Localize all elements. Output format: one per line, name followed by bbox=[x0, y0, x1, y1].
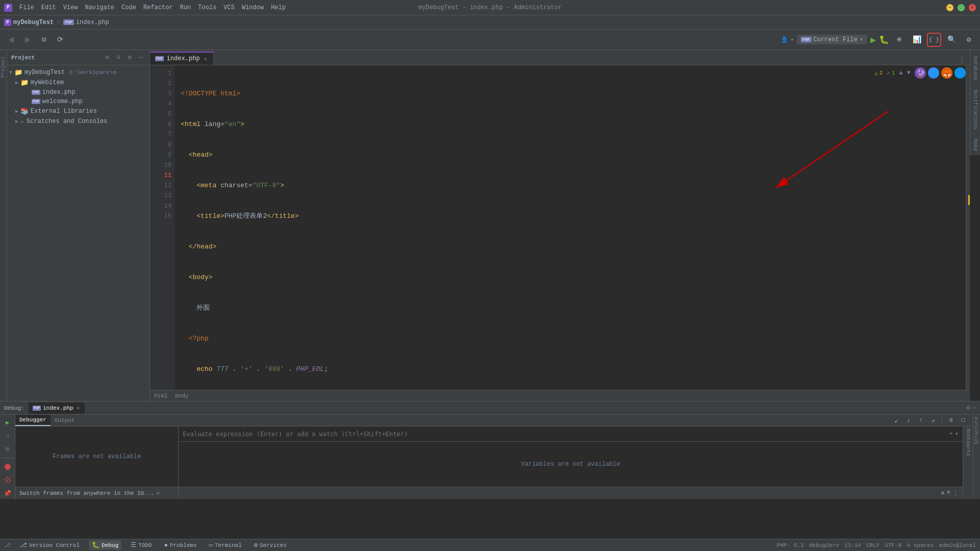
debug-more-btn[interactable]: ⋮ bbox=[952, 489, 959, 497]
debug-up-btn[interactable]: ▲ bbox=[941, 489, 945, 497]
minimize-button[interactable]: — bbox=[946, 4, 953, 11]
evaluate-btn[interactable]: ≡ bbox=[945, 415, 957, 426]
project-tab-label[interactable]: Project bbox=[1, 56, 6, 78]
debug-down-btn[interactable]: ▼ bbox=[947, 489, 950, 497]
status-debug[interactable]: 🐛 Debug bbox=[89, 540, 121, 550]
debug-close-btn[interactable]: — bbox=[972, 405, 976, 412]
bookmarks-panel-btn[interactable]: Bookmarks bbox=[965, 429, 971, 456]
debug-header: Debug: PHP index.php ✕ ⚙ — bbox=[0, 402, 980, 415]
panel-add-btn[interactable]: ⊕ bbox=[103, 53, 112, 62]
eval-dropdown-btn[interactable]: ▾ bbox=[955, 430, 959, 438]
right-panels: Database Notifications Make bbox=[970, 50, 980, 401]
status-services[interactable]: ⚙ Services bbox=[251, 540, 290, 550]
step-over-btn[interactable]: ↙ bbox=[891, 415, 902, 426]
tab-close-button[interactable]: ✕ bbox=[203, 56, 208, 62]
nav-down-btn[interactable]: ▼ bbox=[907, 69, 911, 77]
breadcrumb-html[interactable]: html bbox=[154, 393, 167, 399]
debug-tab-close[interactable]: ✕ bbox=[76, 405, 81, 411]
project-name[interactable]: myDebugTest bbox=[13, 19, 54, 26]
tree-root[interactable]: ▼ 📁 myDebugTest D:\WorkSpace\m bbox=[7, 67, 150, 78]
eval-input[interactable] bbox=[183, 431, 947, 438]
tree-scratches[interactable]: ▶ ✏ Scratches and Consoles bbox=[7, 116, 150, 127]
menu-edit[interactable]: Edit bbox=[38, 3, 59, 12]
status-version-control[interactable]: ⎇ Version Control bbox=[17, 540, 83, 550]
indent[interactable]: 4 spaces bbox=[907, 542, 934, 548]
toolbar-sync-btn[interactable]: ⟳ bbox=[53, 33, 67, 47]
php-version[interactable]: PHP: 5.3 bbox=[777, 542, 804, 548]
notifications-panel-btn[interactable]: Notifications bbox=[971, 86, 979, 134]
toolbar-forward-btn[interactable]: ▷ bbox=[20, 33, 35, 47]
eval-add-watch-btn[interactable]: + bbox=[949, 431, 953, 438]
phpstorm-browser-icon[interactable]: 🔮 bbox=[915, 67, 926, 79]
server-name[interactable]: debugServ bbox=[809, 542, 839, 548]
menu-code[interactable]: Code bbox=[118, 3, 139, 12]
debug-stop-btn[interactable]: ⏹ bbox=[2, 443, 13, 455]
encoding[interactable]: UTF-8 bbox=[885, 542, 902, 548]
tree-mywebitem[interactable]: ▶ 📁 myWebitem bbox=[7, 78, 150, 88]
menu-run[interactable]: Run bbox=[177, 3, 194, 12]
root-folder-icon: 📁 bbox=[14, 68, 22, 77]
structure-panel-btn[interactable]: Structure bbox=[974, 417, 979, 444]
debug-settings-btn[interactable]: ⚙ bbox=[967, 404, 970, 412]
debug-pin-btn[interactable]: 📌 bbox=[2, 488, 13, 499]
step-into-btn[interactable]: ↓ bbox=[903, 415, 914, 426]
debug-tab-index-php[interactable]: PHP index.php ✕ bbox=[29, 403, 85, 414]
frames-btn[interactable]: □ bbox=[958, 415, 969, 426]
run-to-cursor-btn[interactable]: ↗ bbox=[927, 415, 939, 426]
nav-up-btn[interactable]: ▲ bbox=[899, 69, 903, 77]
status-problems[interactable]: ● Problems bbox=[161, 541, 200, 550]
tree-external-libraries[interactable]: ▶ 📚 External Libraries bbox=[7, 106, 150, 116]
status-terminal[interactable]: ▭ Terminal bbox=[206, 540, 244, 550]
menu-help[interactable]: Help bbox=[268, 3, 289, 12]
tab-menu-btn[interactable]: ⋮ bbox=[959, 56, 966, 65]
output-tab[interactable]: Output bbox=[51, 415, 79, 426]
menu-tools[interactable]: Tools bbox=[195, 3, 219, 12]
close-button[interactable]: ✕ bbox=[969, 4, 976, 11]
run-config-selector[interactable]: PHP Current File ▾ bbox=[797, 35, 867, 44]
panel-collapse-btn[interactable]: ≡ bbox=[114, 53, 123, 62]
warning-badge[interactable]: ⚠ 2 bbox=[874, 70, 883, 77]
make-panel-btn[interactable]: Make bbox=[971, 135, 979, 155]
search-everywhere-button[interactable]: 🔍 bbox=[944, 33, 959, 47]
chrome-browser-icon[interactable]: 🌐 bbox=[928, 67, 939, 79]
debug-button[interactable]: 🐛 bbox=[879, 35, 889, 45]
switch-frames-close[interactable]: ✕ bbox=[156, 489, 160, 497]
step-out-btn[interactable]: ↑ bbox=[915, 415, 926, 426]
firefox-browser-icon[interactable]: 🦊 bbox=[941, 67, 952, 79]
force-debug-button[interactable]: { } bbox=[927, 33, 941, 47]
tree-index-php[interactable]: PHP index.php bbox=[7, 88, 150, 97]
tree-welcome-php[interactable]: PHP welcome.php bbox=[7, 97, 150, 106]
menu-window[interactable]: Window bbox=[239, 3, 267, 12]
menu-navigate[interactable]: Navigate bbox=[82, 3, 117, 12]
panel-close-btn[interactable]: — bbox=[136, 53, 145, 62]
maximize-button[interactable]: □ bbox=[958, 4, 965, 11]
database-panel-btn[interactable]: Database bbox=[971, 52, 979, 85]
panel-settings-btn[interactable]: ⚙ bbox=[125, 53, 134, 62]
line-ending[interactable]: CRLF bbox=[866, 542, 879, 548]
toolbar-back-btn[interactable]: ◁ bbox=[4, 33, 18, 47]
code-content[interactable]: <!DOCTYPE html> <html lang = "en" > <hea… bbox=[175, 65, 966, 390]
run-config-dropdown-icon: ▾ bbox=[860, 36, 863, 43]
menu-vcs[interactable]: VCS bbox=[220, 3, 238, 12]
nav-filename[interactable]: index.php bbox=[76, 19, 109, 26]
menu-file[interactable]: File bbox=[16, 3, 37, 12]
debug-resume-btn[interactable]: ▶ bbox=[2, 417, 13, 428]
debugger-tab[interactable]: Debugger bbox=[15, 415, 51, 426]
editor-scrollbar[interactable] bbox=[966, 65, 970, 390]
profile-button[interactable]: 📊 bbox=[910, 33, 924, 47]
user-dropdown[interactable]: ▾ bbox=[790, 36, 794, 43]
settings-button[interactable]: ⚙ bbox=[962, 33, 976, 47]
run-button[interactable]: ▶ bbox=[870, 34, 876, 45]
status-todo[interactable]: ☰ TODO bbox=[128, 540, 155, 550]
breadcrumb-body[interactable]: body bbox=[175, 393, 188, 399]
coverage-button[interactable]: ⛯ bbox=[892, 33, 906, 47]
debug-red-dot[interactable] bbox=[2, 461, 13, 472]
menu-refactor[interactable]: Refactor bbox=[140, 3, 176, 12]
menu-view[interactable]: View bbox=[60, 3, 81, 12]
toolbar-recent-btn[interactable]: ⊡ bbox=[37, 33, 51, 47]
ok-badge[interactable]: ✓ 1 bbox=[887, 70, 895, 77]
editor-tab-index-php[interactable]: PHP index.php ✕ bbox=[150, 52, 214, 65]
debug-pause-btn[interactable]: ⏸ bbox=[2, 430, 13, 441]
ie-browser-icon[interactable]: 🌀 bbox=[954, 67, 966, 79]
debug-stripe-btn[interactable] bbox=[2, 474, 13, 486]
